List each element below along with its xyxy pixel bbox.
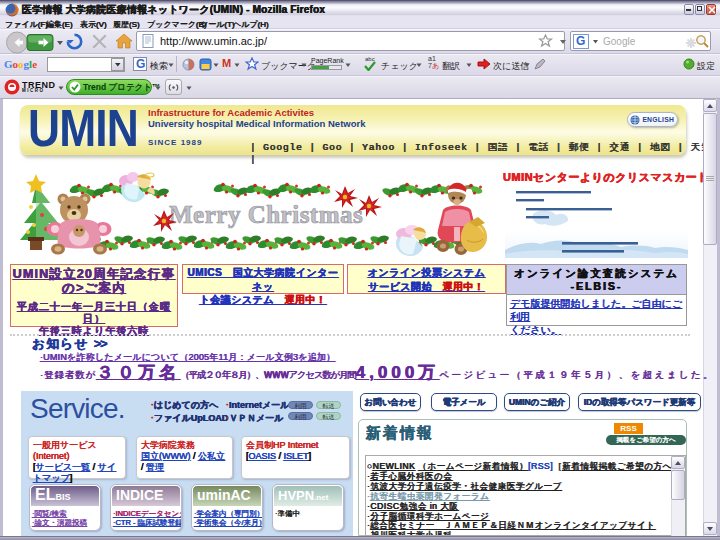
svg-text:Merry Christmas: Merry Christmas <box>169 201 363 228</box>
svg-text:Google: Google <box>4 58 37 70</box>
